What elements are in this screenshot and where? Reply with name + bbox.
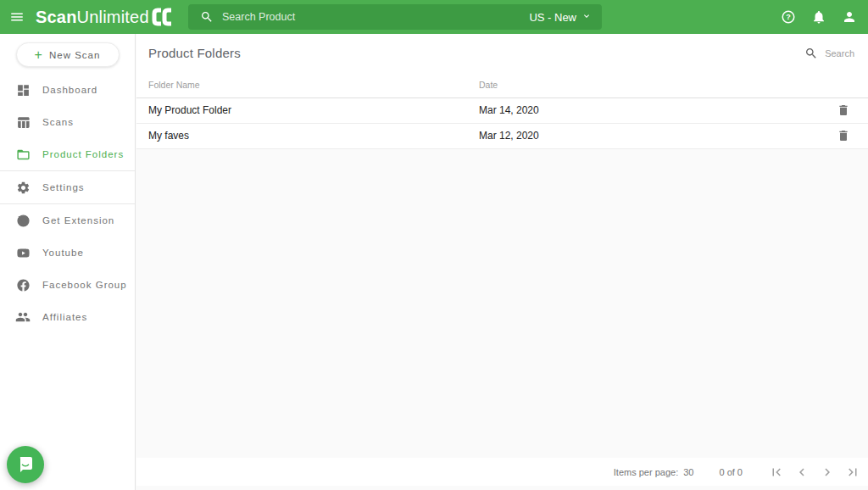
brand-mark-icon [152,8,174,26]
column-header-actions [821,72,868,97]
folder-icon [15,147,31,162]
plus-icon: + [35,48,42,62]
content-search-label: Search [825,48,854,58]
facebook-icon [15,277,31,292]
first-page-icon[interactable] [766,462,787,482]
folders-card: Product Folders Search Folder Name Date [136,34,868,149]
hamburger-icon[interactable] [0,0,34,34]
sidebar-item-affiliates[interactable]: Affiliates [0,301,135,333]
sidebar-item-label: Settings [42,182,85,192]
sidebar-nav: Dashboard Scans Product Folders Settings [0,74,135,333]
table-row[interactable]: My faves Mar 12, 2020 [136,123,868,148]
chat-smile-icon [15,454,36,475]
new-scan-label: New Scan [49,50,100,60]
content-search-button[interactable]: Search [804,47,854,60]
page-title: Product Folders [148,46,241,60]
sidebar-item-label: Affiliates [42,312,87,322]
delete-folder-button[interactable] [831,125,856,147]
folder-name-cell[interactable]: My faves [136,123,479,148]
sidebar-item-label: Facebook Group [42,280,127,290]
help-icon[interactable]: ? [776,5,800,29]
last-page-icon[interactable] [843,462,863,482]
chrome-icon [15,213,31,228]
prev-page-icon[interactable] [792,462,812,482]
chevron-down-icon [581,11,592,24]
main-content: Product Folders Search Folder Name Date [136,34,868,490]
sidebar: + New Scan Dashboard Scans Product Fo [0,34,136,490]
column-header-date: Date [479,72,821,97]
sidebar-item-dashboard[interactable]: Dashboard [0,74,135,106]
global-search-bar: US - New [188,4,602,30]
scans-table-icon [15,114,31,130]
brand-bold-text: Scan [36,8,77,27]
chat-launcher-button[interactable] [7,446,44,483]
app-window: ScanUnlimited US - New ? [0,0,868,490]
product-search-input[interactable] [222,11,527,23]
search-icon [804,47,818,60]
sidebar-item-get-extension[interactable]: Get Extension [0,204,135,237]
folder-date-cell: Mar 12, 2020 [479,123,821,148]
youtube-icon [15,245,31,260]
sidebar-item-label: Get Extension [42,215,114,226]
brand-logo[interactable]: ScanUnlimited [36,8,174,27]
table-header-row: Folder Name Date [136,72,868,97]
brand-light-text: Unlimited [77,8,149,27]
trash-icon [837,103,850,117]
column-header-folder-name: Folder Name [136,72,479,97]
sidebar-item-facebook-group[interactable]: Facebook Group [0,269,135,301]
bell-icon[interactable] [807,5,831,29]
pagination-controls [766,462,863,482]
folder-name-cell[interactable]: My Product Folder [136,97,479,123]
marketplace-value: US - New [529,11,576,24]
sidebar-item-youtube[interactable]: Youtube [0,237,135,269]
search-icon [200,10,214,24]
content-toolbar: Product Folders Search [136,34,868,72]
table-row[interactable]: My Product Folder Mar 14, 2020 [136,97,868,123]
items-per-page-label: Items per page: [614,467,678,477]
top-header: ScanUnlimited US - New ? [0,0,868,34]
sidebar-item-product-folders[interactable]: Product Folders [0,138,135,170]
delete-folder-button[interactable] [831,99,856,121]
svg-text:?: ? [786,13,791,21]
empty-area [136,149,868,459]
sidebar-item-label: Youtube [42,248,84,258]
trash-icon [837,129,850,142]
folder-date-cell: Mar 14, 2020 [479,97,821,123]
pagination-bar: Items per page: 30 0 of 0 [136,458,868,486]
marketplace-selector[interactable]: US - New [527,11,593,24]
items-per-page-value[interactable]: 30 [683,467,693,477]
sidebar-item-label: Scans [42,117,74,127]
person-icon[interactable] [837,5,861,29]
new-scan-button[interactable]: + New Scan [16,42,120,67]
sidebar-item-scans[interactable]: Scans [0,106,135,138]
sidebar-item-label: Dashboard [42,85,97,95]
folders-table: Folder Name Date My Product Folder Mar 1… [136,72,868,149]
sidebar-item-label: Product Folders [42,149,124,159]
next-page-icon[interactable] [817,462,837,482]
pagination-range-label: 0 of 0 [719,467,743,477]
header-actions: ? [776,0,861,34]
sidebar-item-settings[interactable]: Settings [0,171,135,203]
dashboard-icon [15,82,31,97]
gear-icon [15,180,31,195]
people-icon [15,309,31,325]
